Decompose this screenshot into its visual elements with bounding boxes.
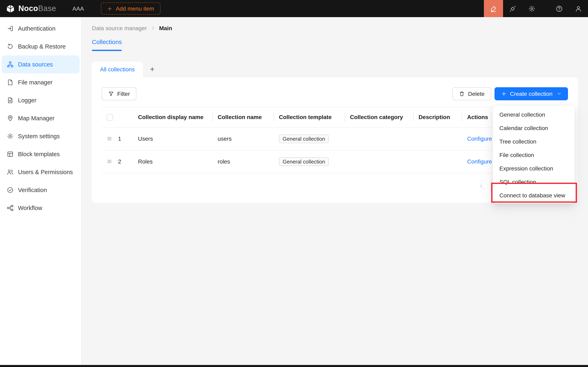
menu-item-connect-to-database-view[interactable]: Connect to database view	[494, 188, 573, 202]
cell-row-head: 2	[102, 150, 133, 173]
sidebar-item-users-permissions[interactable]: Users & Permissions	[2, 163, 80, 181]
chevron-left-icon	[478, 184, 484, 189]
add-menu-item-button[interactable]: Add menu item	[101, 2, 160, 15]
sidebar-item-data-sources[interactable]: Data sources	[2, 55, 80, 73]
sidebar-item-logger[interactable]: Logger	[2, 91, 80, 109]
sidebar-item-label: Block templates	[18, 151, 60, 157]
plus-icon	[501, 91, 507, 96]
sidebar-item-label: Data sources	[18, 61, 53, 68]
header-cell-collection-name: Collection name	[213, 107, 274, 127]
chevron-right-icon	[150, 26, 155, 31]
cell-description	[414, 127, 462, 150]
plugin-manager-button[interactable]	[503, 0, 522, 17]
configure-link[interactable]: Configure	[467, 135, 492, 142]
app-window: NocoBase AAA Add menu item	[0, 0, 588, 367]
row-index: 2	[118, 158, 121, 165]
nocobase-logo[interactable]: NocoBase	[0, 4, 62, 13]
check-circle-icon	[7, 187, 13, 193]
select-all-checkbox[interactable]	[107, 114, 113, 120]
menu-item-tree-collection[interactable]: Tree collection	[494, 134, 573, 148]
gear-icon	[528, 5, 535, 12]
sidebar-item-system-settings[interactable]: System settings	[2, 127, 80, 145]
header-cell-select	[102, 107, 133, 127]
cell-category	[345, 127, 414, 150]
filter-icon	[108, 91, 114, 96]
header-cell-template: Collection template	[274, 107, 345, 127]
logo-text-secondary: Base	[38, 4, 56, 13]
topbar-tools	[484, 0, 588, 17]
file-icon	[7, 79, 13, 86]
api-icon	[509, 5, 516, 12]
tab-active-indicator	[92, 50, 122, 51]
menu-item-expression-collection[interactable]: Expression collection	[494, 161, 573, 175]
tab-all-collections[interactable]: All collections	[92, 61, 143, 77]
sidebar-item-label: Workflow	[18, 205, 42, 211]
help-button[interactable]	[550, 0, 569, 17]
filter-button[interactable]: Filter	[102, 87, 136, 100]
sidebar: Authentication Backup & Restore Data sou…	[0, 17, 82, 365]
add-collection-tab-button[interactable]: +	[143, 61, 162, 77]
template-tag: General collection	[279, 157, 329, 166]
breadcrumb: Data source manager Main	[92, 24, 578, 33]
menu-item-calendar-collection[interactable]: Calendar collection	[494, 121, 573, 134]
create-collection-menu: General collection Calendar collection T…	[493, 106, 575, 203]
login-icon	[7, 25, 13, 32]
drag-handle-icon[interactable]	[107, 136, 112, 142]
pagination-prev-button[interactable]	[475, 180, 488, 193]
ui-editor-button[interactable]	[484, 0, 503, 17]
cell-description	[414, 150, 462, 173]
menu-item-general-collection[interactable]: General collection	[494, 108, 573, 121]
template-tag: General collection	[279, 134, 329, 143]
sidebar-item-label: File manager	[18, 79, 52, 86]
cell-collection-name: roles	[213, 150, 274, 173]
cell-display-name: Roles	[133, 150, 213, 173]
create-collection-label: Create collection	[510, 90, 553, 97]
filter-button-label: Filter	[117, 90, 130, 97]
system-settings-button[interactable]	[522, 0, 541, 17]
row-index: 1	[118, 135, 121, 142]
highlighter-icon	[490, 5, 497, 12]
sidebar-item-workflow[interactable]: Workflow	[2, 199, 80, 217]
page-tabs: Collections	[92, 38, 578, 51]
nocobase-logo-icon	[6, 4, 15, 13]
plus-icon	[107, 6, 112, 11]
tab-collections[interactable]: Collections	[92, 38, 122, 51]
user-icon	[575, 5, 582, 12]
file-text-icon	[7, 97, 13, 104]
cell-template: General collection	[274, 127, 345, 150]
header-cell-description: Description	[414, 107, 462, 127]
collection-tabs: All collections +	[92, 61, 578, 77]
breadcrumb-item-main: Main	[159, 25, 172, 31]
sidebar-item-authentication[interactable]: Authentication	[2, 20, 80, 38]
window-bottom-edge	[0, 365, 588, 367]
sidebar-item-block-templates[interactable]: Block templates	[2, 145, 80, 163]
logo-text: NocoBase	[18, 4, 56, 13]
create-collection-button[interactable]: Create collection	[494, 87, 568, 100]
layout-icon	[7, 151, 13, 157]
configure-link[interactable]: Configure	[467, 158, 492, 165]
sidebar-item-map-manager[interactable]: Map Manager	[2, 109, 80, 127]
sidebar-item-backup-restore[interactable]: Backup & Restore	[2, 38, 80, 55]
team-icon	[7, 169, 13, 175]
add-menu-item-label: Add menu item	[116, 5, 154, 12]
header-cell-category: Collection category	[345, 107, 414, 127]
delete-button-label: Delete	[468, 90, 485, 97]
menu-item-sql-collection[interactable]: SQL collection	[494, 175, 573, 188]
sidebar-item-verification[interactable]: Verification	[2, 181, 80, 199]
logo-text-primary: Noco	[18, 4, 38, 13]
sidebar-item-label: Backup & Restore	[18, 43, 66, 50]
cell-display-name: Users	[133, 127, 213, 150]
delete-button[interactable]: Delete	[453, 87, 491, 100]
partition-icon	[7, 205, 13, 211]
sidebar-item-label: Verification	[18, 187, 47, 193]
menu-item-file-collection[interactable]: File collection	[494, 148, 573, 161]
topbar-menu-item-aaa[interactable]: AAA	[62, 5, 93, 12]
sidebar-item-file-manager[interactable]: File manager	[2, 73, 80, 91]
sidebar-item-label: Authentication	[18, 25, 56, 32]
topbar: NocoBase AAA Add menu item	[0, 0, 588, 17]
user-menu-button[interactable]	[569, 0, 588, 17]
drag-handle-icon[interactable]	[107, 159, 112, 164]
sidebar-item-label: System settings	[18, 133, 60, 140]
help-icon	[556, 5, 563, 12]
breadcrumb-item-data-source-manager[interactable]: Data source manager	[92, 25, 147, 31]
